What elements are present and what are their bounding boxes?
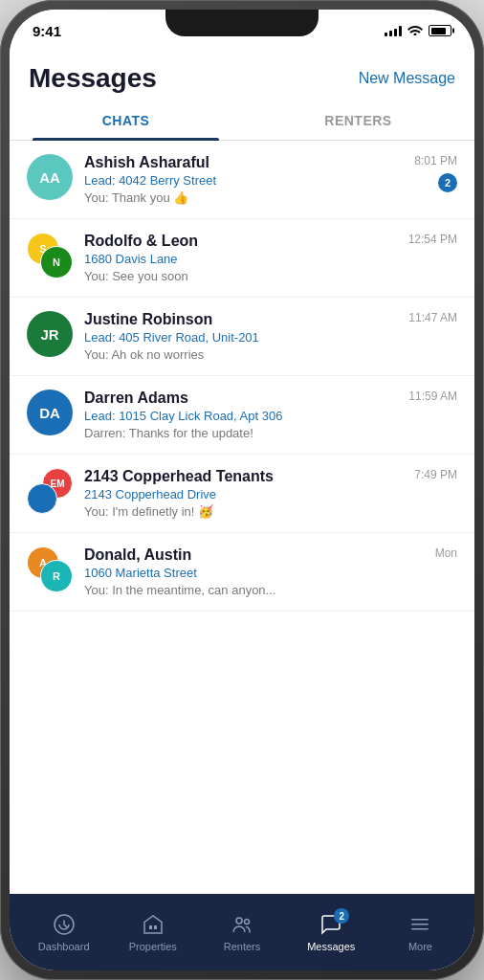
nav-dashboard[interactable]: Dashboard	[19, 912, 108, 952]
svg-rect-7	[411, 928, 429, 930]
page-title: Messages	[29, 63, 157, 94]
chat-subtitle: 1680 Davis Lane	[84, 252, 397, 266]
signal-icon	[385, 25, 402, 36]
avatar: S N	[27, 233, 73, 278]
svg-rect-5	[411, 919, 429, 921]
renters-icon	[230, 912, 254, 937]
chat-preview: You: I'm definetly in! 🥳	[84, 504, 403, 519]
svg-rect-1	[149, 925, 152, 929]
tabs-container: CHATS RENTERS	[10, 101, 474, 141]
status-time: 9:41	[33, 23, 61, 39]
chat-body: Rodolfo & Leon 1680 Davis Lane You: See …	[84, 233, 397, 283]
nav-properties-label: Properties	[129, 941, 177, 952]
nav-properties[interactable]: Properties	[108, 912, 197, 952]
chat-list: AA Ashish Asharaful Lead: 4042 Berry Str…	[10, 141, 474, 894]
chat-meta: 8:01 PM 2	[414, 154, 457, 192]
chat-time: 11:47 AM	[408, 311, 457, 324]
chat-body: Ashish Asharaful Lead: 4042 Berry Street…	[84, 154, 403, 205]
chat-subtitle: 1060 Marietta Street	[84, 566, 424, 580]
notch	[165, 10, 319, 36]
chat-time: 11:59 AM	[408, 390, 457, 403]
nav-renters[interactable]: Renters	[197, 912, 286, 952]
dashboard-icon	[52, 912, 77, 937]
chat-preview: You: In the meantime, can anyon...	[84, 583, 424, 597]
chat-subtitle: Lead: 4042 Berry Street	[84, 173, 403, 188]
chat-time: 12:54 PM	[408, 233, 457, 246]
chat-time: 7:49 PM	[414, 468, 457, 481]
messages-icon: 2	[319, 912, 343, 937]
chat-name: Ashish Asharaful	[84, 154, 403, 171]
nav-more-label: More	[408, 941, 432, 952]
avatar: JR	[27, 311, 73, 357]
chat-item[interactable]: S N Rodolfo & Leon 1680 Davis Lane You: …	[10, 219, 474, 298]
svg-rect-2	[154, 925, 157, 929]
properties-icon	[141, 912, 165, 937]
chat-meta: 11:47 AM	[408, 311, 457, 324]
svg-point-3	[236, 918, 242, 924]
chat-name: 2143 Copperhead Tenants	[84, 468, 403, 485]
nav-more[interactable]: More	[376, 912, 465, 952]
unread-badge: 2	[438, 173, 457, 192]
chat-name: Justine Robinson	[84, 311, 397, 328]
tab-renters[interactable]: RENTERS	[242, 101, 474, 140]
tab-chats[interactable]: CHATS	[10, 101, 242, 140]
chat-name: Donald, Austin	[84, 546, 424, 564]
more-icon	[407, 912, 432, 937]
chat-name: Darren Adams	[84, 390, 397, 407]
svg-point-4	[245, 920, 250, 924]
chat-name: Rodolfo & Leon	[84, 233, 397, 250]
chat-time: Mon	[435, 546, 457, 560]
chat-time: 8:01 PM	[414, 154, 457, 167]
avatar: A R	[27, 546, 73, 592]
avatar: EM	[27, 468, 73, 514]
phone-screen: 9:41	[10, 10, 474, 970]
phone-frame: 9:41	[0, 0, 484, 980]
chat-subtitle: 2143 Copperhead Drive	[84, 487, 403, 501]
chat-item[interactable]: JR Justine Robinson Lead: 405 River Road…	[10, 298, 474, 376]
app-content: Messages New Message CHATS RENTERS AA As…	[10, 52, 474, 894]
messages-badge: 2	[334, 908, 349, 924]
chat-body: 2143 Copperhead Tenants 2143 Copperhead …	[84, 468, 403, 519]
chat-meta: 11:59 AM	[408, 390, 457, 403]
bottom-nav: Dashboard Properties	[10, 894, 474, 970]
nav-messages[interactable]: 2 Messages	[287, 912, 376, 952]
avatar: AA	[27, 154, 73, 200]
chat-body: Donald, Austin 1060 Marietta Street You:…	[84, 546, 424, 597]
avatar: DA	[27, 390, 73, 435]
chat-item[interactable]: AA Ashish Asharaful Lead: 4042 Berry Str…	[10, 141, 474, 219]
chat-preview: You: See you soon	[84, 269, 397, 283]
chat-preview: You: Ah ok no worries	[84, 347, 397, 362]
chat-subtitle: Lead: 405 River Road, Unit-201	[84, 330, 397, 345]
chat-item[interactable]: DA Darren Adams Lead: 1015 Clay Lick Roa…	[10, 376, 474, 455]
chat-body: Justine Robinson Lead: 405 River Road, U…	[84, 311, 397, 362]
chat-preview: You: Thank you 👍	[84, 190, 403, 205]
chat-subtitle: Lead: 1015 Clay Lick Road, Apt 306	[84, 409, 397, 423]
chat-meta: 12:54 PM	[408, 233, 457, 246]
svg-rect-6	[411, 924, 429, 925]
chat-body: Darren Adams Lead: 1015 Clay Lick Road, …	[84, 390, 397, 440]
new-message-button[interactable]: New Message	[359, 70, 455, 87]
status-icons	[385, 24, 451, 38]
nav-messages-label: Messages	[307, 941, 355, 952]
wifi-icon	[407, 24, 423, 38]
nav-dashboard-label: Dashboard	[38, 941, 90, 952]
chat-preview: Darren: Thanks for the update!	[84, 426, 397, 440]
battery-icon	[429, 25, 451, 36]
chat-meta: Mon	[435, 546, 457, 560]
chat-item[interactable]: EM 2143 Copperhead Tenants 2143 Copperhe…	[10, 455, 474, 533]
chat-item[interactable]: A R Donald, Austin 1060 Marietta Street …	[10, 533, 474, 612]
header: Messages New Message	[10, 52, 474, 101]
nav-renters-label: Renters	[224, 941, 261, 952]
chat-meta: 7:49 PM	[414, 468, 457, 481]
